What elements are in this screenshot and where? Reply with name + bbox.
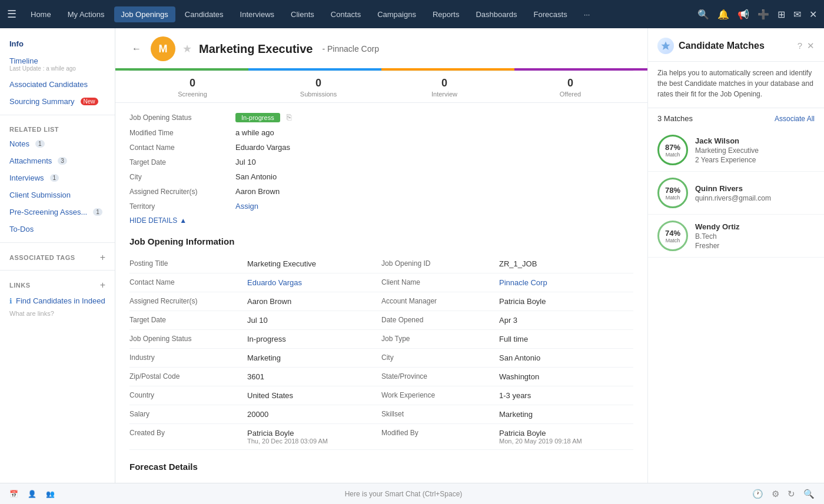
- match-pct-0: 87%: [665, 143, 680, 152]
- info-city: City San Antonio: [381, 349, 633, 368]
- chat-hint: Here is your Smart Chat (Ctrl+Space): [64, 490, 743, 498]
- matches-count: 3 Matches: [657, 114, 693, 123]
- sidebar-item-interviews[interactable]: Interviews 1: [0, 169, 115, 186]
- refresh-icon[interactable]: ↻: [788, 489, 795, 499]
- calendar-icon[interactable]: 📅: [9, 490, 18, 498]
- sidebar-item-notes[interactable]: Notes 1: [0, 135, 115, 152]
- related-list-title: RELATED LIST: [0, 120, 115, 135]
- hamburger-icon[interactable]: ☰: [7, 8, 16, 21]
- interviews-badge: 1: [50, 174, 59, 182]
- clock-icon[interactable]: 🕐: [752, 489, 763, 499]
- mail-icon[interactable]: ✉: [793, 9, 801, 20]
- match-info-1: Quinn Rivers quinn.rivers@gmail.com: [695, 184, 771, 202]
- match-card-1: 78% Match Quinn Rivers quinn.rivers@gmai…: [648, 172, 824, 215]
- zip-value: 3601: [247, 372, 381, 381]
- created-by-name: Patricia Boyle: [247, 429, 381, 438]
- country-value: United States: [247, 391, 381, 400]
- nav-item-clients[interactable]: Clients: [284, 6, 321, 22]
- chevron-up-icon: ▲: [180, 216, 187, 225]
- sidebar-item-attachments[interactable]: Attachments 3: [0, 152, 115, 169]
- links-add-icon[interactable]: +: [100, 280, 105, 291]
- nav-item-reports[interactable]: Reports: [426, 6, 467, 22]
- person-icon[interactable]: 👤: [28, 490, 36, 498]
- grid-icon[interactable]: ⊞: [778, 9, 785, 20]
- matches-close-icon[interactable]: ✕: [807, 41, 815, 51]
- match-card-2: 74% Match Wendy Ortiz B.Tech Fresher: [648, 215, 824, 258]
- match-sub2-0: 2 Years Experience: [695, 156, 759, 164]
- bottom-bar: 📅 👤 👥 Here is your Smart Chat (Ctrl+Spac…: [0, 483, 824, 504]
- target-date-value: Jul 10: [235, 158, 633, 166]
- sidebar-find-candidates[interactable]: ℹ Find Candidates in Indeed: [0, 293, 115, 309]
- what-are-links[interactable]: What are links?: [0, 309, 115, 322]
- settings-icon[interactable]: ⚙: [772, 489, 779, 499]
- target-date-label: Target Date: [129, 158, 235, 166]
- nav-item-interviews[interactable]: Interviews: [233, 6, 282, 22]
- copy-icon[interactable]: ⎘: [287, 112, 291, 122]
- page-title: Marketing Executive: [199, 42, 313, 56]
- associate-all-button[interactable]: Associate All: [775, 115, 815, 123]
- client-name-value[interactable]: Pinnacle Corp: [499, 278, 633, 287]
- detail-modified-time: Modified Time a while ago: [129, 128, 633, 137]
- sidebar-item-associated-candidates[interactable]: Associated Candidates: [0, 76, 115, 93]
- stage-interview: 0 Interview: [381, 71, 507, 102]
- zia-icon: [657, 38, 674, 54]
- back-button[interactable]: ←: [129, 41, 144, 56]
- match-label-1: Match: [666, 195, 680, 201]
- sidebar-item-pre-screening[interactable]: Pre-Screening Asses... 1: [0, 203, 115, 221]
- nav-item-dashboards[interactable]: Dashboards: [469, 6, 524, 22]
- nav-item-candidates[interactable]: Candidates: [178, 6, 231, 22]
- info-state: State/Province Washington: [381, 368, 633, 386]
- sidebar-item-timeline[interactable]: Timeline Last Update : a while ago: [0, 52, 115, 76]
- close-icon[interactable]: ✕: [809, 9, 817, 20]
- associated-tags-section: ASSOCIATED TAGS +: [0, 248, 115, 265]
- info-job-id: Job Opening ID ZR_1_JOB: [381, 255, 633, 273]
- sidebar-item-info[interactable]: Info: [0, 35, 115, 52]
- match-name-1: Quinn Rivers: [695, 184, 771, 193]
- account-manager-value: Patricia Boyle: [499, 297, 633, 306]
- bottom-search-icon[interactable]: 🔍: [803, 489, 815, 499]
- info-contact-value[interactable]: Eduardo Vargas: [247, 278, 381, 287]
- info-job-type: Job Type Full time: [381, 330, 633, 349]
- match-name-0: Jack Wilson: [695, 136, 759, 145]
- search-icon[interactable]: 🔍: [697, 9, 709, 20]
- bell-icon[interactable]: 📢: [737, 9, 749, 20]
- sidebar-item-sourcing-summary[interactable]: Sourcing Summary New: [0, 93, 115, 110]
- hide-details-button[interactable]: HIDE DETAILS ▲: [129, 216, 633, 225]
- sidebar-item-todos[interactable]: To-Dos: [0, 221, 115, 238]
- nav-item-home[interactable]: Home: [24, 6, 58, 22]
- sidebar-item-client-submission[interactable]: Client Submission: [0, 186, 115, 203]
- nav-item-campaigns[interactable]: Campaigns: [370, 6, 423, 22]
- favorite-star-icon[interactable]: ★: [182, 42, 192, 55]
- skillset-label: Skillset: [381, 410, 499, 419]
- nav-item-my-actions[interactable]: My Actions: [61, 6, 112, 22]
- info-target-date-label: Target Date: [129, 316, 247, 325]
- created-by-label: Created By: [129, 429, 247, 445]
- notification-icon[interactable]: 🔔: [717, 9, 729, 20]
- match-label-2: Match: [666, 238, 680, 243]
- info-contact-label: Contact Name: [129, 278, 247, 287]
- nav-item-forecasts[interactable]: Forecasts: [527, 6, 574, 22]
- zip-label: Zip/Postal Code: [129, 372, 247, 381]
- info-date-opened: Date Opened Apr 3: [381, 311, 633, 330]
- modified-time-label: Modified Time: [129, 129, 235, 137]
- progress-stages: 0 Screening 0 Submissions 0 Interview 0 …: [129, 71, 633, 102]
- help-icon[interactable]: ?: [798, 41, 802, 51]
- modified-by-name: Patricia Boyle: [499, 429, 633, 438]
- matches-panel: Candidate Matches ? ✕ Zia helps you to a…: [647, 28, 824, 504]
- info-target-date: Target Date Jul 10: [129, 311, 381, 330]
- people-icon[interactable]: 👥: [46, 490, 55, 498]
- created-by-date: Thu, 20 Dec 2018 03:09 AM: [247, 438, 381, 445]
- info-modified-by: Modified By Patricia Boyle Mon, 20 May 2…: [381, 424, 633, 450]
- nav-more[interactable]: ···: [577, 6, 597, 22]
- nav-item-contacts[interactable]: Contacts: [324, 6, 368, 22]
- info-recruiters-label: Assigned Recruiter(s): [129, 297, 247, 306]
- associated-tags-add-icon[interactable]: +: [100, 252, 105, 263]
- country-label: Country: [129, 391, 247, 400]
- nav-item-job-openings[interactable]: Job Openings: [114, 6, 175, 22]
- industry-value: Marketing: [247, 353, 381, 362]
- add-icon[interactable]: ➕: [757, 9, 769, 20]
- state-value: Washington: [499, 372, 633, 381]
- territory-assign-link[interactable]: Assign: [235, 202, 633, 211]
- match-circle-2: 74% Match: [657, 221, 688, 251]
- timeline-subtitle: Last Update : a while ago: [9, 65, 76, 72]
